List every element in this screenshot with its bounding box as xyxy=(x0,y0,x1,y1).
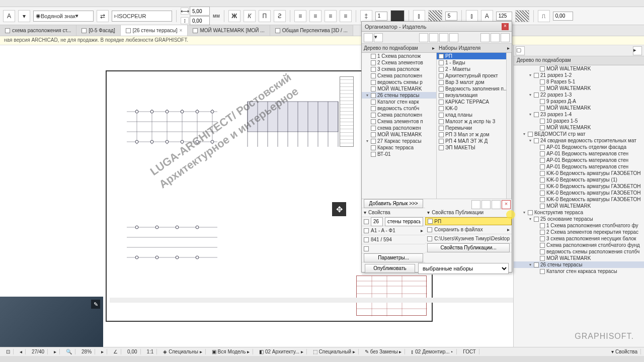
pen-set[interactable]: ✎ без Замены ▸ xyxy=(362,349,406,354)
webcam-edit-icon[interactable]: ✎ xyxy=(91,300,100,309)
navigator-tree[interactable]: МОЙ WALTEMARK▾21 разрез 1-28 Разрез 5-1М… xyxy=(514,65,644,275)
navigator-item[interactable]: 9 разрез Д-А xyxy=(514,98,644,105)
publisher-set-item[interactable]: ЭП МАКЕТЫ xyxy=(437,144,511,151)
navigator-item[interactable]: ▾22 разрез 1-3 xyxy=(514,92,644,98)
tree-item[interactable]: МОЙ WALTEMARK xyxy=(362,131,436,138)
tab-close-icon[interactable]: × xyxy=(180,28,183,33)
navigator-item[interactable]: АР-01 Ведомость материалов стен xyxy=(514,157,644,163)
delete-icon[interactable]: × xyxy=(502,200,511,209)
publisher-set-item[interactable]: 2 - Макеты xyxy=(437,66,511,72)
font-select[interactable]: ▹ ISOCPEUR xyxy=(112,11,172,22)
navigator-item[interactable]: 3 схема расположения несущих балок xyxy=(514,235,644,242)
expander-icon[interactable]: ▾ xyxy=(522,132,526,136)
color-swatch[interactable] xyxy=(390,10,405,22)
navigator-item[interactable]: ▾23 разрез 1-4 xyxy=(514,111,644,118)
navigator-item[interactable]: МОЙ WALTEMARK xyxy=(514,105,644,111)
org-folder-icon[interactable] xyxy=(419,33,428,42)
org-book-icon[interactable] xyxy=(449,33,458,42)
dim2-icon[interactable]: ↕ xyxy=(181,17,189,24)
tree-item[interactable]: 1 Схема располож xyxy=(362,53,436,59)
prop-id-input[interactable] xyxy=(371,217,383,226)
tree-item[interactable]: 3 схема располож xyxy=(362,66,436,72)
org-right-tree[interactable]: РП1 - Виды2 - МакетыАрхитектурный проект… xyxy=(437,53,512,199)
tree-item[interactable]: Каталог стен карк xyxy=(362,99,436,105)
underline-button[interactable]: П xyxy=(259,10,271,22)
tree-item[interactable]: Каркас терраса xyxy=(362,144,436,151)
pub-props-button[interactable]: Свойства Публикации... xyxy=(427,243,510,252)
prop-name-input[interactable] xyxy=(385,217,423,226)
expander-icon[interactable]: ▾ xyxy=(528,262,532,267)
view-tab[interactable]: [0-5 Фасад] xyxy=(76,25,120,36)
standard[interactable]: ГОСТ xyxy=(460,349,479,354)
navigator-item[interactable]: ▾ВЕДОМОСТИ стр мат xyxy=(514,131,644,137)
menu-bar[interactable] xyxy=(0,0,644,7)
text-a-icon[interactable]: A xyxy=(481,10,493,22)
navigator-item[interactable]: ▾21 разрез 1-2 xyxy=(514,72,644,78)
tree-item[interactable]: Схема элементов п xyxy=(362,118,436,125)
tree-item[interactable]: Схема расположен xyxy=(362,112,436,118)
params-button[interactable]: Параметры... xyxy=(364,253,423,262)
tree-item[interactable]: МОЙ WALTEMARK xyxy=(362,85,436,92)
view-tab[interactable]: схема расположения ст... xyxy=(0,25,76,36)
expander-icon[interactable]: ▾ xyxy=(528,73,532,77)
navigator-item[interactable]: МОЙ WALTEMARK xyxy=(514,65,644,72)
prop-format[interactable]: A1 - A - Ф1 xyxy=(371,228,419,233)
tree-item[interactable]: ВТ-01 xyxy=(362,151,436,157)
navigator-item[interactable]: 2 Схема элементов перекрытия террас xyxy=(514,229,644,235)
pub-props-header[interactable]: ▾ Свойства Публикации xyxy=(425,208,512,217)
num125-input[interactable] xyxy=(496,12,512,21)
navigator-item[interactable]: МОЙ WALTEMARK xyxy=(514,124,644,131)
navigator-item[interactable]: ведомость схемы расположения столбч xyxy=(514,248,644,255)
publisher-set-item[interactable]: РП 4 МАЛ ЭТ Ж Д xyxy=(437,138,511,144)
org-right-header[interactable]: Наборы Издателя▸ xyxy=(437,44,512,53)
bold-button[interactable]: Ж xyxy=(228,10,240,22)
publisher-set-item[interactable]: РП xyxy=(437,53,511,59)
tree-item[interactable]: ведомость схемы р xyxy=(362,79,436,85)
publisher-set-item[interactable]: Архитектурный проект xyxy=(437,72,511,79)
navigator-item[interactable]: 8 Разрез 5-1 xyxy=(514,78,644,85)
tree-item[interactable]: ▾26 стены террасы xyxy=(362,92,436,99)
navigator-item[interactable]: АР-01 Ведомость материалов стен xyxy=(514,150,644,157)
view-tab[interactable]: Общая Перспектива [3D / ... xyxy=(270,25,353,36)
num1-input[interactable] xyxy=(375,12,387,21)
spacing-icon[interactable]: ‡ xyxy=(360,10,372,22)
tree-item[interactable]: 2 Схема элементов xyxy=(362,59,436,66)
align-left-icon[interactable]: ≡ xyxy=(294,10,306,22)
hatch2-icon[interactable] xyxy=(515,10,529,22)
navigator-header[interactable]: Дерево по поднаборам xyxy=(514,56,644,65)
align-justify-icon[interactable]: ≡ xyxy=(340,10,352,22)
char-spacing-icon[interactable]: ⫿ xyxy=(466,10,478,22)
org-open-icon[interactable] xyxy=(491,33,500,42)
italic-button[interactable]: К xyxy=(244,10,256,22)
publisher-set-item[interactable]: КАРКАС ТЕРРАСА xyxy=(437,99,511,105)
horizontal-scrollbar[interactable] xyxy=(110,298,513,303)
angle-icon[interactable]: ∠ xyxy=(110,349,121,354)
scrollbar[interactable] xyxy=(506,53,511,199)
org-layout-icon[interactable] xyxy=(429,33,438,42)
navigator-item[interactable]: ▾26 стены террасы xyxy=(514,261,644,268)
navigator-item[interactable]: КЖ-0 Ведомость арматуры ГАЗОБЕТОН xyxy=(514,183,644,190)
dropdown-arrow-icon[interactable]: ▾ xyxy=(18,10,30,22)
expander-icon[interactable]: ▾ xyxy=(528,138,532,143)
watermark-select[interactable]: ◉ Водяной знак ▾ xyxy=(33,11,94,22)
expander-icon[interactable]: ▾ xyxy=(528,112,532,117)
org-home-icon[interactable] xyxy=(364,33,373,42)
navigator-item[interactable]: КЖ-0 Ведомость арматуры (1) xyxy=(514,176,644,183)
view-tab[interactable]: [26 стены террасы]× xyxy=(121,25,188,36)
model-view[interactable]: ▣ Вся Модель ▸ xyxy=(209,349,253,354)
tree-item[interactable]: Схема расположен xyxy=(362,72,436,79)
strike-button[interactable]: Ƨ xyxy=(274,10,286,22)
org-new-icon[interactable] xyxy=(480,33,490,42)
page-prev-icon[interactable]: ◂ xyxy=(17,349,26,354)
dim1-input[interactable] xyxy=(190,7,210,16)
zoom-icon[interactable]: 🔍 xyxy=(63,349,75,354)
publisher-set-item[interactable]: клад планы xyxy=(437,112,511,118)
align-right-icon[interactable]: ≡ xyxy=(325,10,337,22)
add-label-button[interactable]: Добавить Ярлык >>> xyxy=(364,199,423,208)
layer-combo[interactable]: ◈ Специальны ▸ xyxy=(160,349,205,354)
navigator-item[interactable]: ▾Конструктив терраса xyxy=(514,209,644,216)
publish-button[interactable]: Опубликовать xyxy=(365,264,415,273)
tree-item[interactable]: ведомость столбч xyxy=(362,105,436,112)
navigator-item[interactable]: МОЙ WALTEMARK xyxy=(514,255,644,261)
expander-icon[interactable]: ▾ xyxy=(522,210,526,215)
